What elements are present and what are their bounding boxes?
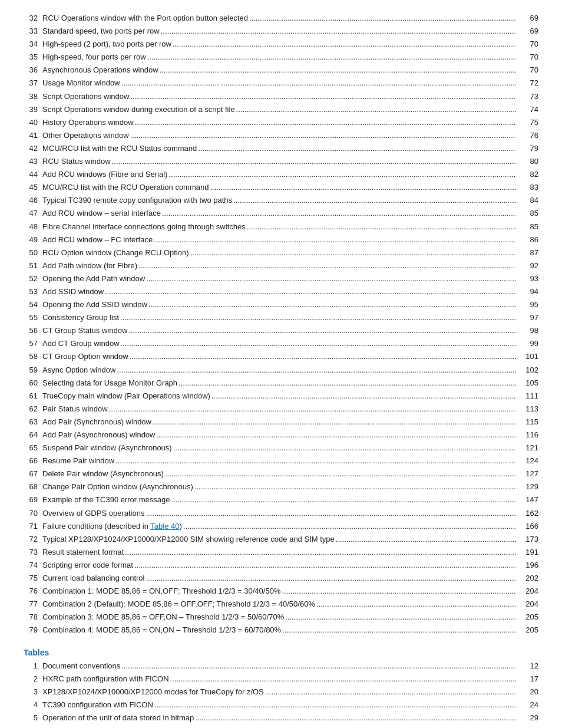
figure-text: Combination 2 (Default): MODE 85,86 = OF…: [42, 598, 315, 611]
figure-number: 58: [24, 350, 42, 363]
figure-number: 46: [24, 194, 42, 207]
figure-text: Async Option window: [42, 364, 115, 377]
figure-number: 54: [24, 298, 42, 311]
figure-number: 74: [24, 559, 42, 572]
figure-entry: 53Add SSID window ......................…: [24, 285, 538, 298]
figure-dots: ........................................…: [285, 611, 516, 624]
figure-dots: ........................................…: [194, 480, 516, 493]
figure-number: 77: [24, 598, 42, 611]
figure-entry: 63Add Pair (Synchronous) window ........…: [24, 416, 538, 429]
figure-page: 204: [517, 598, 538, 611]
figure-text: Opening the Add Path window: [42, 272, 145, 285]
figure-dots: ........................................…: [173, 38, 516, 51]
table-entry: 3XP128/XP1024/XP10000/XP12000 modes for …: [24, 686, 538, 699]
figure-text: Script Operations window during executio…: [42, 103, 235, 116]
figure-text: Failure conditions (described in Table 4…: [42, 520, 182, 533]
figure-number: 43: [24, 155, 42, 168]
table-dots: ........................................…: [121, 660, 516, 673]
figure-page: 115: [517, 416, 538, 429]
figure-page: 162: [517, 507, 538, 520]
figure-dots: ........................................…: [146, 507, 516, 520]
figure-entry: 65Suspend Pair window (Asynchronous) ...…: [24, 442, 538, 454]
figure-dots: ........................................…: [109, 403, 516, 416]
figure-number: 75: [24, 572, 42, 585]
figure-page: 101: [517, 350, 538, 363]
figure-text: High-speed (2 port), two ports per row: [42, 38, 171, 51]
figure-page: 70: [517, 64, 538, 77]
figure-entry: 70Overview of GDPS operations ..........…: [24, 507, 538, 520]
table-page: 20: [517, 686, 538, 699]
table-dots: ........................................…: [154, 699, 516, 711]
table-number: 2: [24, 673, 42, 686]
figure-dots: ........................................…: [121, 77, 516, 90]
figure-page: 74: [517, 103, 538, 116]
figure-page: 102: [517, 364, 538, 377]
figure-dots: ........................................…: [210, 181, 516, 194]
figure-text: Result statement format: [42, 546, 124, 559]
figure-number: 44: [24, 168, 42, 181]
figure-text: Resume Pair window: [42, 454, 114, 467]
figure-text: Selecting data for Usage Monitor Graph: [42, 377, 177, 390]
figure-dots: ........................................…: [161, 25, 516, 38]
tables-heading: Tables: [24, 648, 538, 657]
figure-page: 116: [517, 429, 538, 442]
figure-entry: 46Typical TC390 remote copy configuratio…: [24, 194, 538, 207]
figure-text: High-speed, four ports per row: [42, 51, 146, 64]
table-dots: ........................................…: [265, 686, 516, 699]
figure-link[interactable]: Table 40: [150, 522, 179, 531]
figure-page: 121: [517, 442, 538, 454]
figure-text: Change Pair Option window (Asynchronous): [42, 480, 193, 493]
figure-number: 37: [24, 77, 42, 90]
figure-page: 202: [517, 572, 538, 585]
figure-dots: ........................................…: [115, 454, 516, 467]
figure-number: 56: [24, 324, 42, 337]
toc-tables-section: Tables1Document conventions ............…: [24, 648, 538, 729]
figure-dots: ........................................…: [156, 429, 516, 442]
figure-number: 72: [24, 533, 42, 546]
figure-page: 83: [517, 181, 538, 194]
figure-entry: 64Add Pair (Asynchronous) window .......…: [24, 429, 538, 442]
figure-dots: ........................................…: [120, 311, 516, 324]
figure-entry: 71Failure conditions (described in Table…: [24, 520, 538, 533]
figure-dots: ........................................…: [130, 129, 516, 142]
figure-text: RCU Operations window with the Port opti…: [42, 12, 248, 25]
figure-entry: 44Add RCU windows (Fibre and Serial) ...…: [24, 168, 538, 181]
figure-entry: 68Change Pair Option window (Asynchronou…: [24, 480, 538, 493]
table-entry: 6Maximum Number of Pairs According to Ea…: [24, 724, 538, 728]
figure-dots: ........................................…: [247, 220, 516, 233]
figure-page: 127: [517, 467, 538, 480]
figure-page: 69: [517, 12, 538, 25]
figure-entry: 75Current load balancing control .......…: [24, 572, 538, 585]
figure-dots: ........................................…: [146, 572, 516, 585]
figure-number: 71: [24, 520, 42, 533]
figure-dots: ........................................…: [154, 233, 516, 246]
figure-dots: ........................................…: [146, 272, 516, 285]
figure-number: 34: [24, 38, 42, 51]
figure-entry: 58CT Group Option window ...............…: [24, 350, 538, 363]
table-number: 6: [24, 724, 42, 728]
figure-page: 70: [517, 51, 538, 64]
figure-text: Combination 3: MODE 85,86 = OFF,ON – Thr…: [42, 611, 284, 624]
figure-number: 35: [24, 51, 42, 64]
figure-text: Script Operations window: [42, 90, 129, 103]
table-number: 3: [24, 686, 42, 699]
figure-page: 69: [517, 25, 538, 38]
figure-entry: 78Combination 3: MODE 85,86 = OFF,ON – T…: [24, 611, 538, 624]
figure-page: 82: [517, 168, 538, 181]
figure-entry: 69Example of the TC390 error message ...…: [24, 493, 538, 506]
figure-page: 85: [517, 220, 538, 233]
table-page: 29: [517, 711, 538, 724]
figure-dots: ........................................…: [130, 90, 516, 103]
figure-entry: 43RCU Status window ....................…: [24, 155, 538, 168]
figure-number: 61: [24, 390, 42, 403]
figure-dots: ........................................…: [316, 598, 516, 611]
figure-text: Standard speed, two ports per row: [42, 25, 160, 38]
figure-dots: ........................................…: [168, 168, 516, 181]
figure-dots: ........................................…: [134, 559, 516, 572]
figure-text: Typical XP128/XP1024/XP10000/XP12000 SIM…: [42, 533, 335, 546]
figure-entry: 49Add RCU window – FC interface ........…: [24, 233, 538, 246]
figure-page: 84: [517, 194, 538, 207]
figure-number: 40: [24, 116, 42, 129]
figure-dots: ........................................…: [112, 155, 516, 168]
table-text: TC390 configuration with FICON: [42, 699, 153, 711]
